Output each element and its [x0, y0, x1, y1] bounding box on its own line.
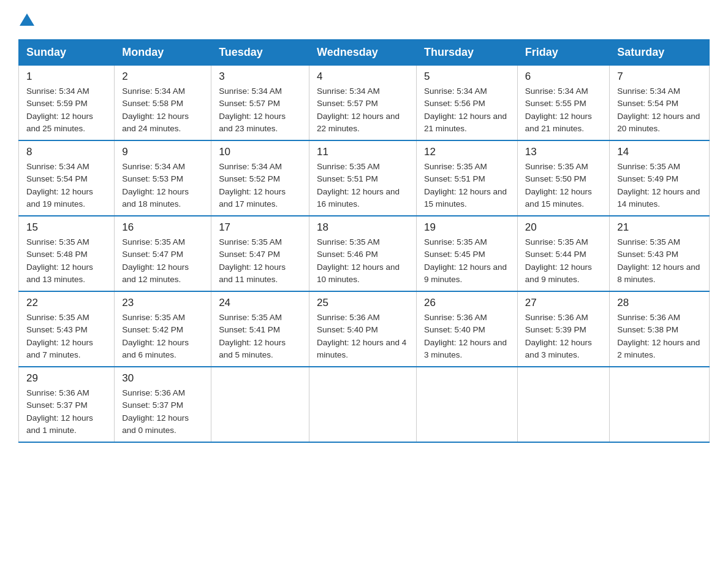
calendar-table: SundayMondayTuesdayWednesdayThursdayFrid…	[18, 39, 710, 443]
day-number: 17	[219, 221, 301, 234]
day-cell	[309, 367, 417, 442]
day-cell: 30Sunrise: 5:36 AMSunset: 5:37 PMDayligh…	[115, 367, 211, 442]
day-number: 13	[525, 146, 602, 158]
day-cell: 28Sunrise: 5:36 AMSunset: 5:38 PMDayligh…	[610, 291, 710, 367]
day-number: 19	[424, 221, 510, 234]
day-detail: Sunrise: 5:34 AMSunset: 5:55 PMDaylight:…	[525, 85, 602, 135]
day-cell	[610, 367, 710, 442]
day-cell	[416, 367, 517, 442]
day-detail: Sunrise: 5:35 AMSunset: 5:43 PMDaylight:…	[617, 236, 702, 286]
header-saturday: Saturday	[610, 40, 710, 66]
day-cell: 29Sunrise: 5:36 AMSunset: 5:37 PMDayligh…	[19, 367, 115, 442]
day-detail: Sunrise: 5:36 AMSunset: 5:37 PMDaylight:…	[26, 387, 107, 437]
day-number: 15	[26, 221, 107, 234]
day-number: 5	[424, 71, 510, 83]
day-detail: Sunrise: 5:35 AMSunset: 5:42 PMDaylight:…	[122, 312, 203, 361]
day-number: 2	[122, 71, 203, 83]
header-tuesday: Tuesday	[211, 40, 309, 66]
logo-icon	[18, 12, 36, 29]
day-cell: 2Sunrise: 5:34 AMSunset: 5:58 PMDaylight…	[115, 66, 211, 141]
day-number: 21	[617, 221, 702, 234]
svg-marker-0	[20, 13, 34, 26]
day-cell: 18Sunrise: 5:35 AMSunset: 5:46 PMDayligh…	[309, 216, 417, 291]
day-cell: 15Sunrise: 5:35 AMSunset: 5:48 PMDayligh…	[19, 216, 115, 291]
week-row-2: 8Sunrise: 5:34 AMSunset: 5:54 PMDaylight…	[19, 140, 710, 216]
day-number: 14	[617, 146, 702, 158]
week-row-5: 29Sunrise: 5:36 AMSunset: 5:37 PMDayligh…	[19, 367, 710, 442]
day-cell: 14Sunrise: 5:35 AMSunset: 5:49 PMDayligh…	[610, 140, 710, 216]
day-cell: 17Sunrise: 5:35 AMSunset: 5:47 PMDayligh…	[211, 216, 309, 291]
header-thursday: Thursday	[416, 40, 517, 66]
day-number: 27	[525, 297, 602, 309]
day-number: 16	[122, 221, 203, 234]
header-monday: Monday	[115, 40, 211, 66]
header	[18, 12, 710, 33]
day-detail: Sunrise: 5:36 AMSunset: 5:38 PMDaylight:…	[617, 312, 702, 361]
day-detail: Sunrise: 5:35 AMSunset: 5:48 PMDaylight:…	[26, 236, 107, 286]
day-number: 9	[122, 146, 203, 158]
day-detail: Sunrise: 5:35 AMSunset: 5:50 PMDaylight:…	[525, 161, 602, 210]
logo	[18, 12, 38, 33]
day-detail: Sunrise: 5:34 AMSunset: 5:52 PMDaylight:…	[219, 161, 301, 210]
day-number: 23	[122, 297, 203, 309]
day-cell: 24Sunrise: 5:35 AMSunset: 5:41 PMDayligh…	[211, 291, 309, 367]
day-cell: 11Sunrise: 5:35 AMSunset: 5:51 PMDayligh…	[309, 140, 417, 216]
day-number: 28	[617, 297, 702, 309]
day-cell	[517, 367, 609, 442]
day-cell: 3Sunrise: 5:34 AMSunset: 5:57 PMDaylight…	[211, 66, 309, 141]
day-detail: Sunrise: 5:35 AMSunset: 5:46 PMDaylight:…	[317, 236, 409, 286]
day-cell: 1Sunrise: 5:34 AMSunset: 5:59 PMDaylight…	[19, 66, 115, 141]
day-cell: 12Sunrise: 5:35 AMSunset: 5:51 PMDayligh…	[416, 140, 517, 216]
day-number: 18	[317, 221, 409, 234]
day-number: 12	[424, 146, 510, 158]
day-number: 6	[525, 71, 602, 83]
day-cell: 4Sunrise: 5:34 AMSunset: 5:57 PMDaylight…	[309, 66, 417, 141]
day-cell: 5Sunrise: 5:34 AMSunset: 5:56 PMDaylight…	[416, 66, 517, 141]
day-detail: Sunrise: 5:35 AMSunset: 5:51 PMDaylight:…	[424, 161, 510, 210]
day-detail: Sunrise: 5:36 AMSunset: 5:40 PMDaylight:…	[317, 312, 409, 361]
day-number: 4	[317, 71, 409, 83]
header-row: SundayMondayTuesdayWednesdayThursdayFrid…	[19, 40, 710, 66]
day-detail: Sunrise: 5:35 AMSunset: 5:45 PMDaylight:…	[424, 236, 510, 286]
header-sunday: Sunday	[19, 40, 115, 66]
day-cell: 26Sunrise: 5:36 AMSunset: 5:40 PMDayligh…	[416, 291, 517, 367]
day-cell: 20Sunrise: 5:35 AMSunset: 5:44 PMDayligh…	[517, 216, 609, 291]
week-row-4: 22Sunrise: 5:35 AMSunset: 5:43 PMDayligh…	[19, 291, 710, 367]
day-detail: Sunrise: 5:35 AMSunset: 5:43 PMDaylight:…	[26, 312, 107, 361]
day-number: 8	[26, 146, 107, 158]
day-cell: 23Sunrise: 5:35 AMSunset: 5:42 PMDayligh…	[115, 291, 211, 367]
day-cell: 13Sunrise: 5:35 AMSunset: 5:50 PMDayligh…	[517, 140, 609, 216]
day-detail: Sunrise: 5:34 AMSunset: 5:53 PMDaylight:…	[122, 161, 203, 210]
header-friday: Friday	[517, 40, 609, 66]
day-detail: Sunrise: 5:35 AMSunset: 5:47 PMDaylight:…	[219, 236, 301, 286]
day-cell: 22Sunrise: 5:35 AMSunset: 5:43 PMDayligh…	[19, 291, 115, 367]
day-cell: 8Sunrise: 5:34 AMSunset: 5:54 PMDaylight…	[19, 140, 115, 216]
day-number: 7	[617, 71, 702, 83]
day-detail: Sunrise: 5:34 AMSunset: 5:58 PMDaylight:…	[122, 85, 203, 135]
day-detail: Sunrise: 5:34 AMSunset: 5:54 PMDaylight:…	[26, 161, 107, 210]
day-detail: Sunrise: 5:36 AMSunset: 5:39 PMDaylight:…	[525, 312, 602, 361]
day-number: 1	[26, 71, 107, 83]
day-cell: 9Sunrise: 5:34 AMSunset: 5:53 PMDaylight…	[115, 140, 211, 216]
day-cell: 6Sunrise: 5:34 AMSunset: 5:55 PMDaylight…	[517, 66, 609, 141]
day-number: 29	[26, 372, 107, 385]
day-cell: 10Sunrise: 5:34 AMSunset: 5:52 PMDayligh…	[211, 140, 309, 216]
day-detail: Sunrise: 5:34 AMSunset: 5:57 PMDaylight:…	[219, 85, 301, 135]
day-detail: Sunrise: 5:35 AMSunset: 5:47 PMDaylight:…	[122, 236, 203, 286]
day-number: 30	[122, 372, 203, 385]
day-detail: Sunrise: 5:35 AMSunset: 5:49 PMDaylight:…	[617, 161, 702, 210]
day-number: 20	[525, 221, 602, 234]
day-cell: 27Sunrise: 5:36 AMSunset: 5:39 PMDayligh…	[517, 291, 609, 367]
day-detail: Sunrise: 5:35 AMSunset: 5:44 PMDaylight:…	[525, 236, 602, 286]
day-number: 22	[26, 297, 107, 309]
day-cell	[211, 367, 309, 442]
day-detail: Sunrise: 5:34 AMSunset: 5:54 PMDaylight:…	[617, 85, 702, 135]
day-number: 26	[424, 297, 510, 309]
day-number: 3	[219, 71, 301, 83]
day-cell: 7Sunrise: 5:34 AMSunset: 5:54 PMDaylight…	[610, 66, 710, 141]
day-detail: Sunrise: 5:36 AMSunset: 5:37 PMDaylight:…	[122, 387, 203, 437]
day-number: 10	[219, 146, 301, 158]
day-cell: 25Sunrise: 5:36 AMSunset: 5:40 PMDayligh…	[309, 291, 417, 367]
day-number: 11	[317, 146, 409, 158]
day-cell: 16Sunrise: 5:35 AMSunset: 5:47 PMDayligh…	[115, 216, 211, 291]
